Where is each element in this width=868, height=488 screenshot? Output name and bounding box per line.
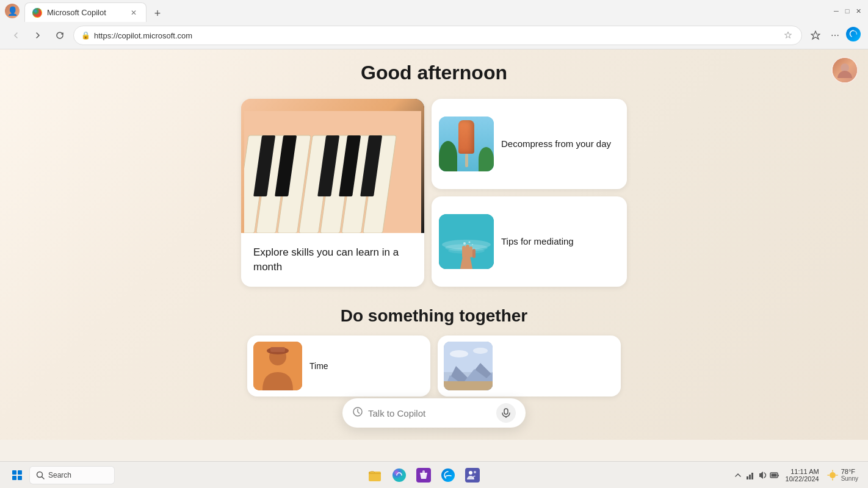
card-popsicle-image <box>439 117 494 171</box>
tab-close-btn[interactable]: ✕ <box>129 8 139 18</box>
chat-input-wrapper <box>342 398 526 428</box>
svg-rect-51 <box>749 475 751 479</box>
card-meditate-image <box>439 214 494 269</box>
chevron-up-icon[interactable] <box>733 470 743 480</box>
back-btn[interactable] <box>7 27 24 44</box>
user-profile-avatar[interactable] <box>831 57 858 84</box>
card-meditate[interactable]: Tips for mediating <box>432 196 627 287</box>
svg-point-32 <box>450 350 468 357</box>
copilot-favicon <box>32 8 42 18</box>
bottom-card-1[interactable]: Time <box>247 336 430 396</box>
card-piano-image <box>241 99 424 233</box>
taskbar-app-teams[interactable] <box>461 464 483 486</box>
chat-input[interactable] <box>368 408 491 418</box>
system-icons <box>733 470 779 480</box>
nav-bar: 🔒 https://copilot.microsoft.com ⋯ <box>0 22 868 49</box>
address-bar[interactable]: 🔒 https://copilot.microsoft.com <box>73 26 802 45</box>
mic-btn[interactable] <box>496 403 516 423</box>
tab-title: Microsoft Copilot <box>47 8 124 17</box>
svg-rect-38 <box>504 409 508 414</box>
svg-rect-20 <box>466 245 469 258</box>
card-piano[interactable]: Explore skills you can learn in a month <box>241 99 424 287</box>
svg-rect-45 <box>422 470 425 474</box>
taskbar-app-edge[interactable] <box>437 464 459 486</box>
main-content: Good afternoon <box>0 49 868 440</box>
browser-chrome: 👤 Microsoft Co <box>0 0 868 49</box>
taskbar-search[interactable]: Search <box>29 466 115 484</box>
svg-rect-22 <box>472 249 476 258</box>
bottom-card-2[interactable] <box>438 336 621 396</box>
refresh-btn[interactable] <box>51 27 68 44</box>
card-popsicle[interactable]: Decompress from your day <box>432 99 627 189</box>
svg-rect-29 <box>270 347 285 352</box>
store-icon <box>416 468 431 483</box>
battery-icon <box>770 470 779 480</box>
svg-rect-55 <box>771 473 776 476</box>
temperature: 78°F <box>841 468 858 475</box>
active-tab[interactable]: Microsoft Copilot ✕ <box>24 2 146 22</box>
network-icon <box>745 470 755 480</box>
sun-icon <box>826 469 839 481</box>
nav-actions: ⋯ <box>807 27 861 44</box>
svg-rect-31 <box>444 342 493 372</box>
svg-point-48 <box>469 471 472 475</box>
svg-rect-50 <box>747 476 748 479</box>
taskbar-search-icon <box>36 471 45 479</box>
svg-point-1 <box>841 63 849 72</box>
minimize-btn[interactable]: ─ <box>831 6 841 16</box>
card-decompress-text: Decompress from your day <box>501 137 611 150</box>
section-title: Do something together <box>341 306 527 326</box>
svg-rect-52 <box>751 473 753 479</box>
bottom-card-1-text: Time <box>309 361 328 371</box>
close-btn[interactable]: ✕ <box>853 6 863 16</box>
svg-point-49 <box>474 471 476 473</box>
address-icons <box>782 29 794 41</box>
edge-browser-icon[interactable] <box>846 27 861 41</box>
maximize-btn[interactable]: □ <box>842 6 852 16</box>
title-bar: 👤 Microsoft Co <box>0 0 868 22</box>
start-button[interactable] <box>7 465 27 485</box>
new-tab-btn[interactable]: + <box>149 5 166 22</box>
svg-point-25 <box>472 244 473 245</box>
clock: 11:11 AM 10/22/2024 <box>786 468 819 483</box>
svg-rect-54 <box>778 475 779 476</box>
svg-point-33 <box>473 348 488 354</box>
svg-rect-42 <box>369 472 381 481</box>
date-display: 10/22/2024 <box>786 475 819 483</box>
cards-grid: Explore skills you can learn in a month <box>241 99 627 287</box>
favorites-btn[interactable] <box>807 27 824 44</box>
svg-rect-19 <box>462 246 466 258</box>
forward-btn[interactable] <box>29 27 46 44</box>
svg-point-0 <box>33 9 42 17</box>
taskbar-search-label: Search <box>48 471 71 479</box>
favorites-icon[interactable] <box>782 29 794 41</box>
copilot-taskbar-icon <box>392 468 407 483</box>
weather-info: 78°F Sunny <box>841 468 858 482</box>
windows-logo <box>12 470 22 480</box>
bottom-cards: Time <box>247 336 621 396</box>
greeting-text: Good afternoon <box>361 62 507 84</box>
speaker-icon <box>758 470 767 480</box>
lock-icon: 🔒 <box>81 31 90 40</box>
tab-bar: Microsoft Copilot ✕ + <box>24 0 826 22</box>
taskbar: Search <box>0 461 868 488</box>
weather-desc: Sunny <box>841 475 858 482</box>
profile-avatar[interactable]: 👤 <box>5 4 20 18</box>
taskbar-app-fileexplorer[interactable] <box>364 464 386 486</box>
taskbar-app-store[interactable] <box>413 464 435 486</box>
svg-rect-36 <box>444 381 493 390</box>
taskbar-apps <box>117 464 731 486</box>
weather-widget[interactable]: 78°F Sunny <box>826 468 858 482</box>
url-text: https://copilot.microsoft.com <box>94 31 778 40</box>
taskbar-app-copilot[interactable] <box>388 464 410 486</box>
card-meditate-text: Tips for mediating <box>501 235 574 248</box>
svg-point-56 <box>830 472 836 478</box>
more-btn[interactable]: ⋯ <box>826 27 844 44</box>
svg-rect-21 <box>469 246 472 257</box>
bottom-card-2-image <box>444 342 493 390</box>
file-explorer-icon <box>367 468 382 483</box>
window-controls: ─ □ ✕ <box>831 6 863 16</box>
svg-point-24 <box>469 241 471 243</box>
svg-point-43 <box>392 468 406 482</box>
teams-icon <box>465 468 480 483</box>
